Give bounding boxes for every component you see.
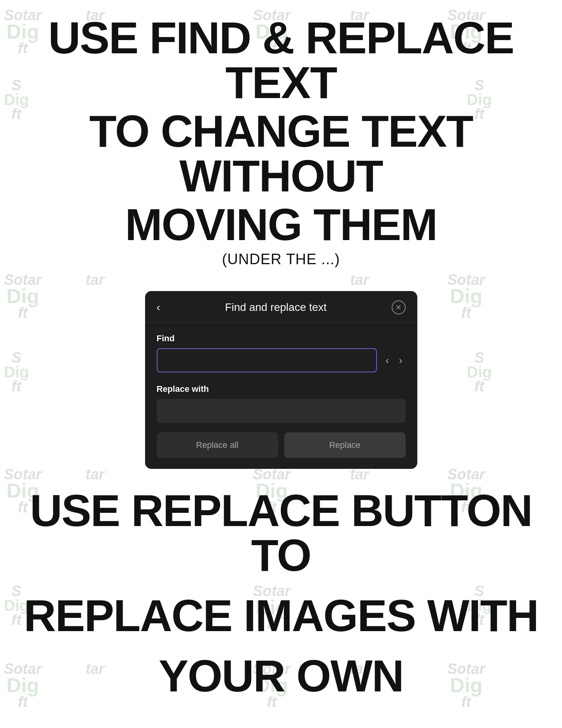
replace-all-button[interactable]: Replace all: [157, 432, 278, 458]
next-arrow-button[interactable]: ›: [396, 353, 406, 368]
replace-label: Replace with: [157, 384, 406, 394]
title-line1: USE FIND & REPLACE TEXT: [23, 16, 539, 105]
replace-input[interactable]: [157, 399, 406, 423]
nav-arrows: ‹ ›: [382, 353, 405, 368]
header-subtitle: (UNDER THE ...): [23, 251, 539, 268]
header-title: USE FIND & REPLACE TEXT TO CHANGE TEXT W…: [23, 16, 539, 279]
middle-line3: YOUR OWN: [23, 654, 539, 698]
replace-button[interactable]: Replace: [284, 432, 406, 458]
title-line3: MOVING THEM: [23, 202, 539, 247]
middle-line2: REPLACE IMAGES WITH: [23, 593, 539, 638]
page-content: USE FIND & REPLACE TEXT TO CHANGE TEXT W…: [0, 0, 562, 728]
middle-title: USE REPLACE BUTTON TO REPLACE IMAGES WIT…: [23, 488, 539, 714]
find-replace-dialog: ‹ Find and replace text ✕ Find ‹ › Repla…: [145, 291, 417, 469]
dialog-title: Find and replace text: [160, 301, 392, 314]
dialog-back-button[interactable]: ‹: [157, 301, 160, 314]
dialog-buttons: Replace all Replace: [157, 432, 406, 458]
title-line2: TO CHANGE TEXT WITHOUT: [23, 109, 539, 198]
find-input-row: ‹ ›: [157, 348, 406, 372]
find-input[interactable]: [157, 348, 377, 372]
prev-arrow-button[interactable]: ‹: [382, 353, 392, 368]
middle-line1: USE REPLACE BUTTON TO: [23, 488, 539, 578]
find-label: Find: [157, 333, 406, 344]
dialog-body: Find ‹ › Replace with Replace all Replac…: [145, 323, 417, 469]
dialog-close-button[interactable]: ✕: [392, 300, 406, 314]
dialog-header: ‹ Find and replace text ✕: [145, 291, 417, 323]
